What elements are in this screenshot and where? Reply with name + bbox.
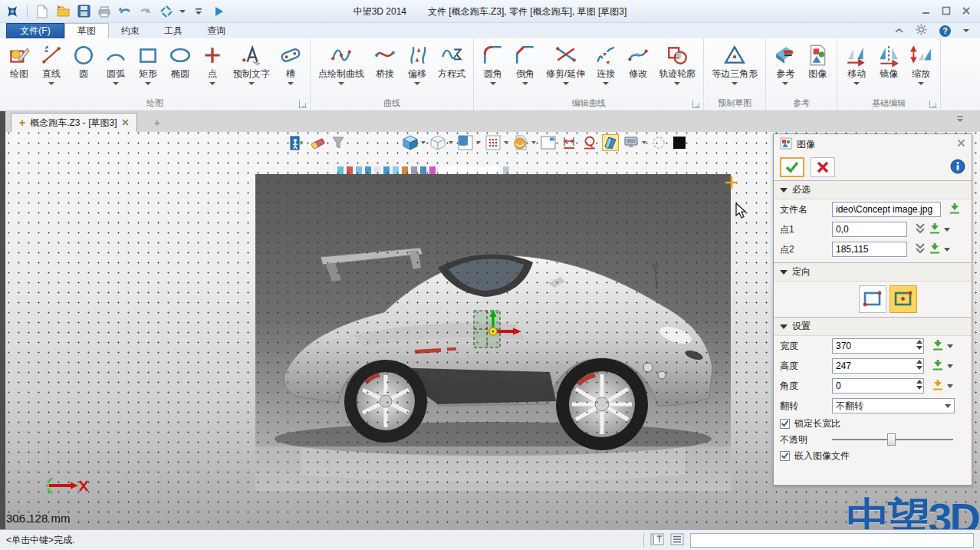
width-pick-icon[interactable] (932, 339, 944, 354)
app-logo-icon[interactable] (5, 4, 20, 19)
shaded-view-icon[interactable] (402, 134, 419, 151)
scale-button[interactable]: 缩放 (905, 40, 937, 95)
sketch-button[interactable]: 绘图 (3, 40, 35, 95)
width-input[interactable] (832, 338, 924, 354)
arc-button[interactable]: 圆弧 (100, 40, 132, 95)
modify-button[interactable]: 修改 (622, 40, 654, 95)
info-button[interactable] (950, 159, 965, 176)
filename-pick-icon[interactable] (949, 203, 961, 217)
arc-dropdown-caret[interactable] (113, 82, 119, 85)
point-curve-button[interactable]: 点绘制曲线 (314, 40, 369, 95)
ok-button[interactable] (780, 157, 804, 177)
angle-pick-icon[interactable] (932, 379, 944, 394)
move-button[interactable]: 移动 (840, 40, 873, 95)
trim-dropdown-caret[interactable] (563, 82, 569, 85)
move-dropdown-caret[interactable] (853, 82, 860, 85)
point1-expand-icon[interactable] (915, 222, 926, 236)
rectangle-button[interactable]: 矩形 (132, 40, 164, 95)
print-icon[interactable] (97, 4, 112, 19)
filter-icon[interactable] (330, 134, 347, 151)
trim-extend-button[interactable]: 修剪/延伸 (541, 40, 590, 95)
orient-corner-button[interactable] (859, 285, 886, 313)
point2-input[interactable] (832, 242, 907, 257)
point2-pick-icon[interactable] (929, 242, 941, 257)
play-macro-icon[interactable] (212, 4, 227, 19)
point-dropdown-caret[interactable] (209, 82, 215, 85)
section-settings[interactable]: 设置 (774, 317, 972, 336)
save-icon[interactable] (76, 4, 91, 19)
flip-dropdown[interactable]: 不翻转 (832, 398, 955, 413)
point-grid-caret[interactable] (504, 141, 508, 144)
image-button[interactable]: 图像 (801, 40, 834, 95)
scale-dropdown-caret[interactable] (918, 82, 924, 85)
angle-spinner[interactable] (916, 380, 922, 390)
line-dropdown-caret[interactable] (48, 82, 54, 85)
triangle-dropdown-caret[interactable] (732, 82, 738, 85)
height-input[interactable] (832, 358, 924, 374)
wireframe-view-caret[interactable] (449, 141, 453, 144)
undo-icon[interactable] (117, 4, 133, 19)
width-spinner[interactable] (916, 340, 922, 350)
chamfer-dropdown-caret[interactable] (522, 82, 528, 85)
help-dropdown-caret[interactable] (963, 29, 969, 32)
tab-sketch[interactable]: 草图 (64, 23, 109, 38)
customize-toolbar-icon[interactable] (191, 4, 206, 19)
point-button[interactable]: 点 (196, 40, 229, 95)
document-tab-close-icon[interactable] (122, 117, 129, 128)
regen-dropdown-caret[interactable] (179, 10, 186, 13)
line-button[interactable]: 直线 (35, 40, 67, 95)
slider-thumb[interactable] (887, 433, 896, 446)
tab-constraint[interactable]: 约束 (109, 23, 152, 38)
view-plane-icon[interactable] (457, 134, 474, 151)
basic-edit-dialog-launcher[interactable] (929, 100, 937, 108)
file-menu-button[interactable]: 文件(F) (6, 23, 64, 38)
settings-gear-icon[interactable] (916, 24, 927, 38)
section-orientation[interactable]: 定向 (774, 262, 972, 282)
reference-button[interactable]: 参考 (769, 40, 801, 95)
text-dropdown-caret[interactable] (248, 82, 255, 85)
wireframe-view-icon[interactable] (429, 134, 446, 151)
point2-options-caret[interactable] (944, 248, 950, 252)
ellipse-button[interactable]: 椭圆 (164, 40, 196, 95)
section-required[interactable]: 必选 (774, 180, 972, 199)
rectangle-dropdown-caret[interactable] (145, 82, 151, 85)
angle-options-caret[interactable] (947, 384, 953, 388)
connect-button[interactable]: 连接 (590, 40, 622, 95)
collapse-ribbon-icon[interactable] (895, 25, 903, 36)
bridge-button[interactable]: 桥接 (369, 40, 401, 95)
draw-dialog-launcher[interactable] (299, 100, 307, 108)
slot-dropdown-caret[interactable] (288, 82, 294, 85)
display-mode-caret[interactable] (642, 141, 646, 144)
display-mode-icon[interactable] (623, 134, 640, 151)
shaded-view-caret[interactable] (421, 141, 426, 144)
offset-button[interactable]: 偏移 (401, 40, 433, 95)
help-icon[interactable]: ? (939, 25, 951, 37)
new-tab-button[interactable]: + (148, 113, 167, 132)
fillet-button[interactable]: 圆角 (477, 40, 509, 95)
height-spinner[interactable] (916, 360, 922, 370)
viewport-icon[interactable] (540, 134, 557, 151)
horizontal-dim-icon[interactable] (561, 134, 577, 151)
embed-image-checkbox[interactable] (780, 451, 790, 461)
filename-input[interactable] (832, 202, 941, 217)
ready-text-button[interactable]: 预制文字 (229, 40, 275, 95)
chamfer-button[interactable]: 倒角 (509, 40, 541, 95)
eraser-icon[interactable] (309, 134, 326, 151)
new-file-icon[interactable] (35, 4, 50, 19)
open-file-icon[interactable] (55, 4, 71, 19)
lock-aspect-checkbox[interactable] (780, 419, 790, 429)
regen-icon[interactable] (159, 4, 174, 19)
minimize-button[interactable] (922, 5, 931, 18)
image-drag-handle[interactable] (468, 307, 526, 354)
point2-expand-icon[interactable] (915, 242, 926, 256)
offset-dropdown-caret[interactable] (414, 82, 420, 85)
equation-button[interactable]: 方程式 (433, 40, 470, 95)
height-pick-icon[interactable] (932, 359, 944, 374)
point1-input[interactable] (832, 222, 907, 237)
angle-input[interactable] (832, 378, 924, 394)
document-tab[interactable]: + 概念跑车.Z3 - [草图3] (11, 113, 137, 132)
maximize-button[interactable] (942, 5, 951, 18)
tab-list-caret[interactable] (955, 112, 965, 126)
trace-profile-button[interactable]: 轨迹轮廓 (654, 40, 700, 95)
active-sketch-plane-icon[interactable] (602, 134, 619, 151)
